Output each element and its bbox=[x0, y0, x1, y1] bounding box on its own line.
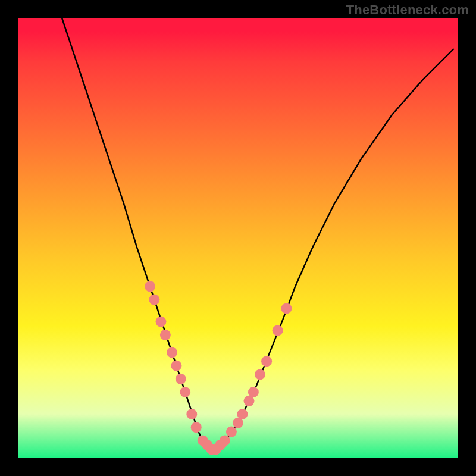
data-marker bbox=[255, 369, 265, 380]
data-marker bbox=[167, 347, 177, 358]
data-marker bbox=[160, 330, 171, 340]
bottleneck-curve bbox=[62, 18, 454, 449]
data-marker bbox=[281, 303, 292, 314]
data-marker bbox=[180, 387, 190, 397]
data-marker bbox=[237, 409, 248, 419]
curve-layer bbox=[18, 18, 458, 458]
plot-area bbox=[18, 18, 458, 458]
data-marker bbox=[171, 361, 181, 371]
chart-frame: TheBottleneck.com bbox=[0, 0, 476, 476]
watermark-text: TheBottleneck.com bbox=[346, 2, 469, 18]
data-marker bbox=[176, 374, 186, 384]
data-marker bbox=[186, 409, 197, 419]
data-marker bbox=[191, 422, 202, 433]
marker-group bbox=[145, 281, 292, 455]
data-marker bbox=[273, 325, 283, 336]
data-marker bbox=[261, 356, 272, 367]
data-marker bbox=[156, 317, 167, 327]
data-marker bbox=[149, 295, 159, 305]
data-marker bbox=[220, 435, 230, 446]
data-marker bbox=[226, 427, 237, 437]
data-marker bbox=[145, 281, 155, 292]
data-marker bbox=[248, 387, 259, 397]
